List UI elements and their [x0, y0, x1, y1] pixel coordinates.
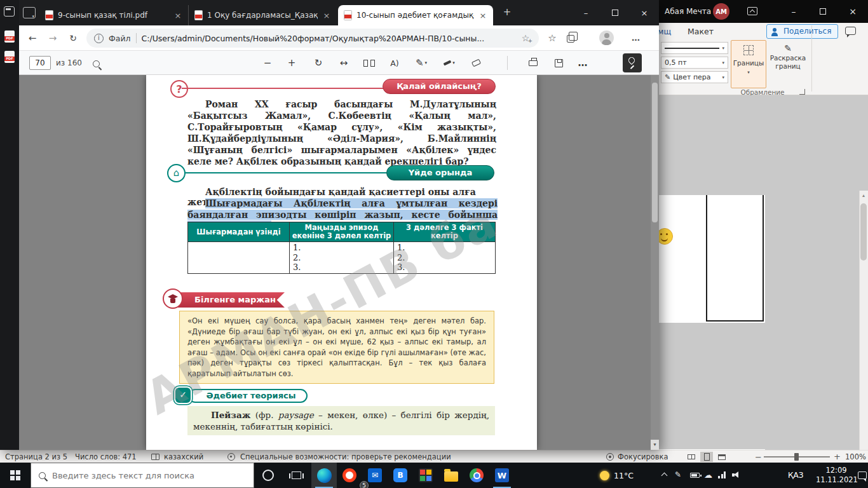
zoom-out-icon[interactable]: −	[259, 55, 276, 71]
word-close-button[interactable]: ×	[837, 0, 868, 23]
pinned-pdf-icon[interactable]	[4, 30, 15, 43]
pin-toolbar-button[interactable]	[623, 53, 642, 72]
dialog-launcher-icon[interactable]	[799, 89, 805, 95]
taskbar-vk-button[interactable]: B	[388, 463, 413, 488]
taskbar-chrome-button[interactable]	[464, 463, 489, 488]
pen-weight-dropdown[interactable]: 0,5 пт ▾	[661, 57, 728, 69]
new-tab-button[interactable]: +	[501, 6, 513, 19]
read-mode-button[interactable]	[685, 452, 698, 462]
share-button[interactable]: Поделиться	[766, 24, 838, 39]
zoom-slider-thumb[interactable]	[794, 453, 799, 461]
onedrive-icon[interactable]: ☁	[704, 470, 712, 480]
taskbar-edge-button[interactable]	[311, 463, 337, 488]
taskbar-search[interactable]	[31, 463, 254, 488]
task-view-button[interactable]	[282, 463, 310, 488]
tab-close-icon[interactable]: ×	[173, 11, 182, 20]
scrollbar-up-icon[interactable]: ▴	[859, 191, 868, 200]
border-painter-button[interactable]: ✎ Раскраска границ	[769, 40, 807, 88]
weather-widget[interactable]: 11°C	[600, 463, 634, 488]
tab-close-icon[interactable]: ×	[478, 11, 487, 20]
fit-width-icon[interactable]: ↔	[336, 55, 352, 71]
clock[interactable]: 12:09 11.11.2021	[816, 466, 857, 485]
address-bar[interactable]: Файл C:/Users/admin/Documents/Новый%20фо…	[86, 29, 539, 48]
favorites-icon[interactable]: ☆	[545, 31, 559, 45]
homework-badge: Үйде орында	[386, 165, 494, 180]
erase-icon[interactable]	[468, 55, 484, 71]
ribbon-display-options-icon[interactable]	[747, 7, 757, 15]
hidden-icons-chevron[interactable]	[661, 473, 668, 479]
page-info-icon[interactable]	[94, 34, 104, 43]
status-accessibility[interactable]: Специальные возможности: проверьте реком…	[240, 452, 451, 461]
print-icon[interactable]	[525, 55, 541, 71]
word-ribbon-tab-layout[interactable]: Макет	[688, 27, 714, 36]
taskbar-yandex-button[interactable]	[337, 463, 362, 488]
back-button[interactable]: ←	[25, 31, 39, 45]
taskbar-mail-button[interactable]: ✉5	[362, 463, 388, 488]
zoom-in-button[interactable]: +	[834, 452, 841, 461]
page-view-icon[interactable]	[361, 55, 377, 71]
browser-tab-active[interactable]: 10-сынып әдебиет қоғамдық-гу ×	[338, 5, 493, 25]
start-button[interactable]	[0, 463, 31, 488]
status-language[interactable]: казахский	[164, 452, 203, 461]
web-layout-button[interactable]	[715, 452, 728, 462]
add-favorite-icon[interactable]: ☆	[520, 33, 531, 43]
word-scrollbar-thumb[interactable]	[860, 203, 867, 261]
word-minimize-button[interactable]: –	[779, 0, 808, 23]
pinned-pdf-icon[interactable]	[4, 51, 15, 63]
taskbar-explorer-button[interactable]	[438, 463, 464, 488]
browser-tab[interactable]: 9-сынып қазақ тілі.pdf ×	[39, 5, 188, 25]
border-style-dropdown[interactable]: ▾	[661, 42, 728, 54]
more-tools-icon[interactable]: …	[574, 55, 591, 71]
pdf-page[interactable]: АРМАН-ПВ ба ? Қалай ойлайсың? Роман XX ғ…	[146, 75, 537, 450]
collections-icon[interactable]	[567, 35, 574, 43]
tab-close-icon[interactable]: ×	[322, 11, 331, 20]
battery-icon[interactable]	[690, 473, 700, 478]
zoom-level[interactable]: 100%	[845, 452, 866, 461]
pdf-scrollbar-thumb[interactable]	[652, 83, 658, 222]
status-focus[interactable]: Фокусировка	[618, 452, 668, 461]
print-layout-icon	[704, 453, 710, 461]
draw-icon[interactable]: ✎▾	[413, 55, 430, 71]
edge-close-button[interactable]: ×	[630, 0, 659, 25]
url-text[interactable]: C:/Users/admin/Documents/Новый%20формат/…	[142, 34, 515, 43]
pdf-scrollbar[interactable]: ▾	[651, 75, 659, 450]
print-layout-button[interactable]	[700, 452, 713, 462]
window-switcher-icon[interactable]	[4, 6, 15, 17]
profile-avatar[interactable]	[599, 30, 614, 45]
word-restore-button[interactable]	[808, 0, 837, 23]
edge-maximize-button[interactable]	[600, 0, 630, 25]
taskbar-word-button[interactable]: W	[489, 463, 515, 488]
pdf-viewport[interactable]: АРМАН-ПВ ба ? Қалай ойлайсың? Роман XX ғ…	[19, 75, 659, 450]
cortana-button[interactable]	[254, 463, 282, 488]
zoom-out-button[interactable]: −	[755, 452, 762, 462]
status-page-count[interactable]: Страница 2 из 5	[5, 452, 67, 461]
network-icon[interactable]	[718, 471, 726, 478]
highlight-icon[interactable]: ▾	[441, 55, 458, 71]
borders-button[interactable]: Границы ▾	[731, 40, 766, 88]
edge-minimize-button[interactable]: –	[571, 0, 600, 25]
rotate-icon[interactable]: ↻	[310, 55, 327, 71]
status-word-count[interactable]: Число слов: 471	[75, 452, 137, 461]
browser-tab[interactable]: 1 Оқу бағдарламасы_Қазақ тілі ×	[188, 5, 337, 25]
windows-ink-icon[interactable]: ✎	[675, 470, 681, 479]
language-indicator[interactable]: ҚАЗ	[788, 471, 803, 480]
search-icon[interactable]	[93, 58, 103, 68]
read-aloud-icon[interactable]: A)	[386, 55, 403, 71]
reload-button[interactable]: ↻	[66, 31, 80, 45]
zoom-in-icon[interactable]: +	[283, 55, 300, 71]
word-ribbon-tab-partial[interactable]: мщ	[658, 27, 671, 36]
volume-icon[interactable]	[732, 471, 740, 478]
search-input[interactable]	[52, 471, 246, 480]
scroll-down-button[interactable]: ▾	[651, 440, 659, 450]
page-number-input[interactable]	[29, 56, 51, 70]
tab-actions-menu-icon[interactable]	[23, 7, 36, 18]
forward-button[interactable]: →	[46, 31, 60, 45]
word-account-avatar[interactable]: АМ	[713, 3, 729, 20]
settings-more-icon[interactable]: …	[629, 31, 643, 45]
action-center-icon[interactable]	[858, 471, 867, 479]
save-icon[interactable]	[550, 55, 567, 71]
taskbar-app-button[interactable]	[413, 463, 438, 488]
pen-color-dropdown[interactable]: ✎ Цвет пера ▾	[661, 71, 728, 83]
page-count-label: из 160	[56, 58, 82, 67]
comments-icon[interactable]	[845, 27, 856, 35]
